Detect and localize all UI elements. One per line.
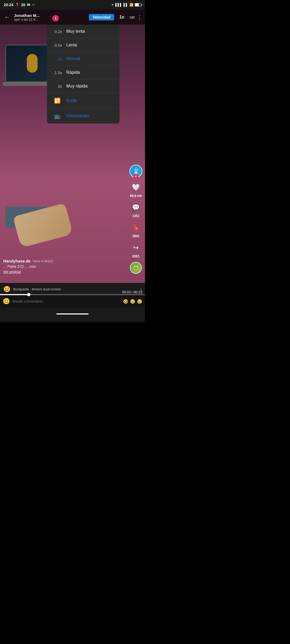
- back-button[interactable]: ←: [3, 12, 12, 22]
- wifi-icon: 📶: [129, 3, 133, 7]
- speed-value-2x: 2x: [52, 84, 62, 89]
- comment-input-bar: 😐 🤣 😊 😢: [0, 295, 145, 308]
- comment-icon: 💬: [130, 202, 142, 213]
- speed-option-1x[interactable]: 1x Normal: [47, 52, 119, 66]
- video-timer: 00:03 / 00:15: [122, 290, 142, 294]
- speed-value-0.2x: 0.2x: [52, 29, 62, 34]
- bottom-info: Handyhase.de hace 4 día(s) ... Parte 2🦝 …: [3, 259, 126, 274]
- like-button[interactable]: 🤍 69,9 mil: [130, 181, 142, 198]
- bookmark-icon: 🔖: [130, 222, 142, 233]
- right-actions: 🐰 + 🤍 69,9 mil 💬 1351 🔖 3991 ↪ 6361 🐱: [129, 165, 142, 274]
- profile-time: ayer a las 21:4...: [14, 18, 87, 21]
- bottom-nav: [0, 308, 145, 322]
- speed-menu: 0.2x Muy lenta 0.5x Lenta 1x Normal 1.5x…: [47, 25, 119, 123]
- screen-blob: [27, 54, 38, 73]
- sound-avatar-container[interactable]: 🐱: [130, 262, 142, 274]
- bluetooth-icon: ✶: [111, 3, 114, 7]
- creator-avatar: 🐰 +: [129, 165, 142, 178]
- speed-label-lenta: Lenta: [66, 43, 77, 47]
- time-display: 20:24: [4, 3, 13, 7]
- save-count: 3991: [132, 234, 140, 238]
- creator-time-ago: hace 4 día(s): [33, 259, 53, 263]
- comment-count: 1351: [132, 214, 140, 218]
- signal-26: 26: [21, 3, 26, 7]
- progress-dot: [27, 293, 30, 296]
- share-count: 6361: [132, 254, 140, 258]
- current-speed-display: 1x: [116, 14, 128, 21]
- emoji-face-icon: 😐: [3, 298, 10, 305]
- chromecast-option[interactable]: 📺 Chromecast: [47, 108, 119, 123]
- signal-bars-2: ▌▌: [124, 3, 128, 7]
- profile-info: Jonathan M... ayer a las 21:4...: [14, 13, 87, 21]
- speed-option-0.5x[interactable]: 0.5x Lenta: [47, 38, 119, 52]
- top-bar: ← Jonathan M... ayer a las 21:4... Veloc…: [0, 10, 145, 25]
- home-indicator: [56, 313, 89, 314]
- current-time: 00:03: [122, 290, 131, 294]
- speed-option-0.2x[interactable]: 0.2x Muy lenta: [47, 25, 119, 38]
- status-bar: 20:24 📍 26 ✉ ··· ✶ ▌▌▌ ▌▌ 📶: [0, 0, 145, 10]
- search-suggestion-icon: 😢: [3, 286, 10, 293]
- mas-button[interactable]: más: [29, 265, 36, 269]
- search-suggestion-text: Búsqueda · lenovo dual screen: [13, 287, 138, 291]
- emoji-smile[interactable]: 😊: [130, 299, 135, 304]
- bucle-option[interactable]: 🔁 Bucle: [47, 93, 119, 108]
- speed-label-muy-lenta: Muy lenta: [66, 29, 85, 34]
- progress-fill: [0, 294, 29, 295]
- heart-icon: 🤍: [130, 181, 142, 193]
- chromecast-label: Chromecast: [66, 114, 89, 118]
- bucle-label: Bucle: [66, 98, 77, 103]
- more-dots: ···: [32, 3, 35, 7]
- signal-bars-1: ▌▌▌: [115, 3, 122, 7]
- video-caption: ... Parte 2🦝 ... más: [3, 264, 126, 269]
- speed-value-1x: 1x: [52, 57, 62, 61]
- speed-label-normal: Normal: [66, 56, 80, 61]
- comment-button[interactable]: 💬 1351: [130, 202, 142, 218]
- location-icon: 📍: [15, 3, 20, 7]
- notification-badge: 1: [52, 15, 59, 21]
- speed-tab[interactable]: Velocidad: [89, 14, 114, 20]
- status-left: 20:24 📍 26 ✉ ···: [4, 3, 35, 7]
- save-button[interactable]: 🔖 3991: [130, 222, 142, 238]
- creator-avatar-container[interactable]: 🐰 +: [129, 165, 142, 178]
- like-count: 69,9 mil: [130, 194, 142, 198]
- battery-icon: [135, 3, 141, 6]
- chromecast-icon: 📺: [52, 113, 62, 119]
- creator-name[interactable]: Handyhase.de: [3, 259, 31, 263]
- profile-name: Jonathan M...: [14, 13, 87, 18]
- ver-original-link[interactable]: Ver original: [3, 270, 126, 274]
- comment-input-field[interactable]: [12, 299, 121, 303]
- follow-plus-badge: +: [133, 174, 138, 179]
- bucle-icon: 🔁: [52, 97, 62, 104]
- status-right: ✶ ▌▌▌ ▌▌ 📶: [111, 3, 141, 7]
- speed-value-0.5x: 0.5x: [52, 43, 62, 47]
- battery-fill: [135, 3, 139, 6]
- emoji-laughing[interactable]: 🤣: [123, 299, 128, 304]
- speed-value-1.5x: 1.5x: [52, 70, 62, 75]
- share-icon: ↪: [130, 242, 142, 254]
- emoji-buttons: 🤣 😊 😢: [123, 299, 142, 304]
- speed-option-2x[interactable]: 2x Muy rápida: [47, 79, 119, 93]
- speed-label-muy-rapida: Muy rápida: [66, 84, 88, 89]
- emoji-sad[interactable]: 😢: [137, 299, 142, 304]
- more-button[interactable]: ⋮: [137, 14, 142, 20]
- speed-label-rapida: Rápida: [66, 70, 80, 75]
- sound-avatar: 🐱: [130, 262, 142, 274]
- car-label: car: [130, 15, 135, 19]
- share-button[interactable]: ↪ 6361: [130, 242, 142, 258]
- mail-icon: ✉: [27, 3, 30, 7]
- speed-option-1.5x[interactable]: 1.5x Rápida: [47, 66, 119, 79]
- total-time: 00:15: [133, 290, 142, 294]
- progress-bar[interactable]: [0, 294, 145, 295]
